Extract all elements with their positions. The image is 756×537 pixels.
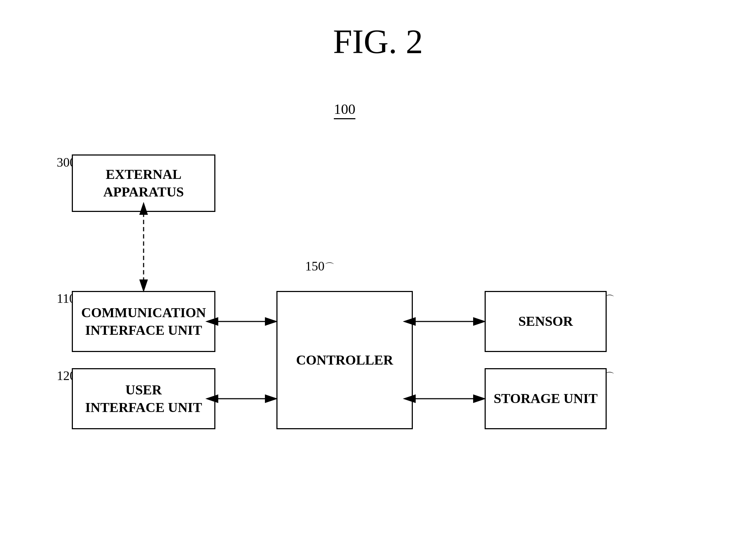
controller-label: CONTROLLER [296, 351, 393, 369]
sensor-label: SENSOR [518, 313, 573, 330]
page: FIG. 2 100 300⌒ 110⌒ 120⌒ 150⌒ 140⌒ 130⌒ [0, 0, 756, 537]
box-storage-unit: STORAGE UNIT [485, 368, 607, 429]
diagram: 100 300⌒ 110⌒ 120⌒ 150⌒ 140⌒ 130⌒ EXTERN… [54, 101, 702, 501]
box-controller: CONTROLLER [276, 291, 413, 429]
communication-interface-label: COMMUNICATIONINTERFACE UNIT [81, 304, 206, 339]
user-interface-label: USERINTERFACE UNIT [85, 381, 202, 417]
storage-unit-label: STORAGE UNIT [494, 390, 598, 407]
box-sensor: SENSOR [485, 291, 607, 352]
label-150: 150⌒ [305, 259, 335, 274]
fig-title: FIG. 2 [0, 22, 756, 61]
box-user-interface: USERINTERFACE UNIT [72, 368, 215, 429]
box-external-apparatus: EXTERNALAPPARATUS [72, 154, 215, 212]
external-apparatus-label: EXTERNALAPPARATUS [103, 166, 184, 201]
box-communication-interface: COMMUNICATIONINTERFACE UNIT [72, 291, 215, 352]
label-100: 100 [334, 101, 355, 119]
